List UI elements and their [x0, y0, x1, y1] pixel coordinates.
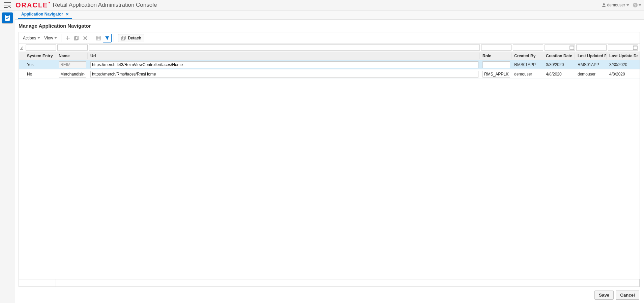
grid-icon — [96, 36, 101, 40]
cell-last-updated-by: RMS01APP — [576, 61, 607, 68]
help-icon: ? — [633, 2, 638, 8]
page-title: Manage Application Navigator — [19, 23, 640, 29]
table-body: Yes RMS01APP 3/30/2020 RMS01APP 3/30/202… — [19, 60, 640, 279]
cell-created-by: demouser — [513, 70, 543, 78]
copy-icon — [74, 36, 79, 40]
cell-creation-date: 4/8/2020 — [545, 70, 575, 78]
chevron-down-icon — [639, 4, 641, 6]
filter-creation-date[interactable] — [545, 44, 575, 51]
col-created-by[interactable]: Created By — [513, 53, 543, 59]
col-role[interactable]: Role — [481, 53, 511, 59]
app-title: Retail Application Administration Consol… — [53, 2, 157, 8]
sidebar-item-clipboard[interactable] — [2, 12, 13, 23]
user-name: demouser — [607, 3, 625, 7]
close-icon[interactable]: ✕ — [66, 12, 69, 17]
table-toolbar: Actions View — [19, 32, 640, 44]
table-row[interactable]: Yes RMS01APP 3/30/2020 RMS01APP 3/30/202… — [19, 60, 640, 69]
left-sidebar — [0, 10, 15, 303]
col-last-update-date[interactable]: Last Update Date — [608, 53, 638, 59]
filter-url[interactable] — [89, 44, 480, 51]
col-creation-date[interactable]: Creation Date — [545, 53, 575, 59]
col-name[interactable]: Name — [57, 53, 88, 59]
actions-label: Actions — [23, 36, 36, 40]
col-url[interactable]: Url — [89, 53, 480, 59]
plus-icon — [65, 36, 70, 40]
cancel-button[interactable]: Cancel — [616, 291, 639, 300]
help-menu[interactable]: ? — [633, 2, 641, 8]
cell-role-input[interactable] — [482, 71, 510, 78]
cell-name-input[interactable] — [59, 61, 86, 68]
chevron-down-icon — [37, 37, 40, 39]
col-last-updated-by[interactable]: Last Updated By — [576, 53, 607, 59]
filter-system-entry[interactable] — [26, 44, 56, 51]
delete-button[interactable] — [81, 34, 90, 42]
view-menu[interactable]: View — [42, 34, 59, 42]
actions-menu[interactable]: Actions — [21, 34, 42, 42]
brand-logo: ORACLE — [16, 1, 50, 9]
cell-url-input[interactable] — [90, 71, 478, 78]
svg-rect-7 — [96, 36, 100, 40]
main-area: Application Navigator ✕ Manage Applicati… — [15, 10, 644, 303]
svg-rect-9 — [122, 36, 125, 39]
cell-creation-date: 3/30/2020 — [545, 61, 575, 68]
cell-last-update-date: 3/30/2020 — [608, 61, 638, 68]
svg-point-0 — [603, 3, 605, 5]
cell-url-input[interactable] — [90, 61, 478, 68]
tab-application-navigator[interactable]: Application Navigator ✕ — [18, 10, 72, 19]
table-row[interactable]: No demouser 4/8/2020 demouser 4/8/2020 — [19, 69, 640, 79]
svg-text:?: ? — [634, 3, 637, 7]
filter-row: ↲ — [19, 44, 640, 52]
user-icon — [602, 3, 606, 7]
x-icon — [83, 36, 88, 40]
grid-footer — [19, 279, 640, 286]
svg-rect-8 — [121, 37, 124, 40]
page-actions: Save Cancel — [19, 287, 640, 300]
data-panel: Actions View — [19, 32, 640, 287]
user-menu[interactable]: demouser — [602, 3, 629, 7]
filter-indicator: ↲ — [20, 46, 24, 50]
detach-icon — [121, 36, 126, 40]
detach-label: Detach — [128, 36, 141, 40]
global-header: ORACLE Retail Application Administration… — [0, 0, 644, 10]
filter-name[interactable] — [57, 44, 88, 51]
detach-button[interactable]: Detach — [118, 34, 144, 42]
grid-button[interactable] — [94, 34, 103, 42]
cell-created-by: RMS01APP — [513, 61, 543, 68]
tab-label: Application Navigator — [21, 12, 63, 17]
filter-last-updated-by[interactable] — [576, 44, 607, 51]
filter-last-update-date[interactable] — [608, 44, 638, 51]
svg-rect-4 — [6, 14, 9, 16]
tab-bar: Application Navigator ✕ — [15, 10, 644, 20]
cell-last-update-date: 4/8/2020 — [608, 70, 638, 78]
filter-created-by[interactable] — [513, 44, 543, 51]
add-button[interactable] — [63, 34, 72, 42]
filter-button[interactable] — [103, 34, 112, 42]
cell-name-input[interactable] — [59, 71, 86, 78]
save-button[interactable]: Save — [594, 291, 614, 300]
chevron-down-icon — [54, 37, 57, 39]
cell-system-entry: Yes — [26, 61, 56, 68]
column-headers: System Entry Name Url Role Created By Cr… — [19, 52, 640, 60]
filter-icon — [105, 36, 110, 40]
menu-icon[interactable] — [3, 0, 12, 10]
clipboard-icon — [4, 14, 10, 21]
view-label: View — [44, 36, 53, 40]
duplicate-button[interactable] — [72, 34, 81, 42]
filter-role[interactable] — [481, 44, 511, 51]
cell-last-updated-by: demouser — [576, 70, 607, 78]
cell-system-entry: No — [26, 70, 56, 78]
chevron-down-icon — [626, 4, 629, 6]
col-system-entry[interactable]: System Entry — [26, 53, 56, 59]
cell-role-input[interactable] — [482, 61, 510, 68]
